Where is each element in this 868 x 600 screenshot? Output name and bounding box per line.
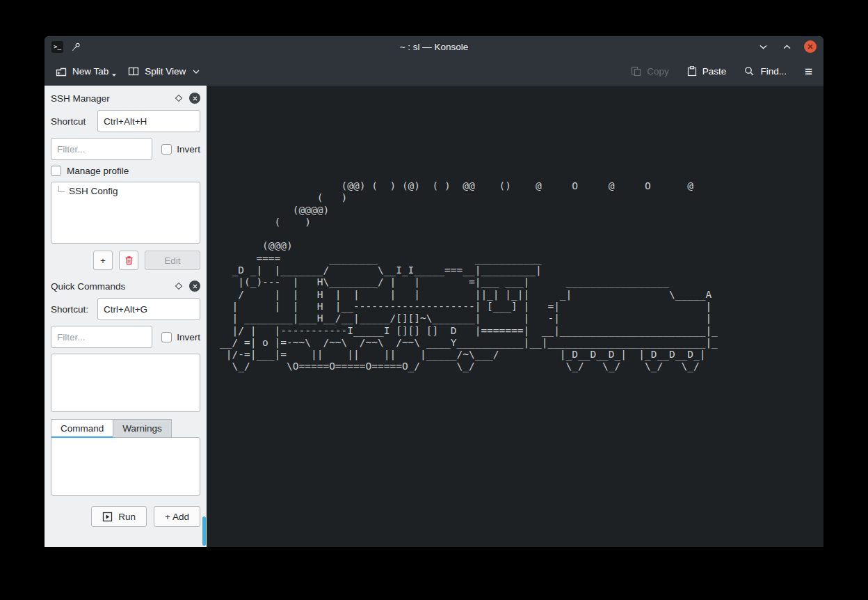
copy-label: Copy	[647, 66, 669, 77]
konsole-window: >_ ~ : sl — Konsole	[45, 36, 823, 547]
quick-commands-header[interactable]: Quick Commands	[51, 281, 200, 292]
copy-icon	[631, 66, 641, 77]
split-view-label: Split View	[145, 66, 186, 77]
paste-icon	[687, 66, 697, 77]
add-ssh-button[interactable]: +	[93, 251, 113, 270]
shade-button[interactable]	[757, 40, 769, 53]
ssh-shortcut-input[interactable]	[97, 110, 200, 132]
float-panel-icon[interactable]	[174, 93, 184, 103]
new-tab-icon	[56, 67, 67, 77]
titlebar[interactable]: >_ ~ : sl — Konsole	[45, 36, 823, 57]
sidebar-scrollbar-thumb[interactable]	[202, 516, 206, 546]
manage-profile-checkbox[interactable]	[51, 166, 61, 176]
hamburger-menu-icon[interactable]: ≡	[805, 64, 812, 79]
terminal-area[interactable]: (@@) ( ) (@) ( ) @@ () @ O @ O @ ( ) (@@…	[207, 86, 823, 547]
split-view-icon	[128, 67, 139, 76]
tab-command[interactable]: Command	[51, 419, 113, 438]
qc-invert-label: Invert	[177, 332, 200, 342]
ssh-filter-input[interactable]	[51, 138, 152, 160]
qc-shortcut-input[interactable]	[97, 298, 200, 320]
window-title: ~ : sl — Konsole	[45, 42, 823, 52]
konsole-app-icon: >_	[51, 41, 63, 53]
float-panel-icon[interactable]	[174, 281, 184, 291]
tree-branch-icon	[58, 186, 65, 192]
add-command-button[interactable]: + Add	[154, 506, 200, 527]
quick-commands-list[interactable]	[51, 354, 200, 412]
manage-profile-label: Manage profile	[67, 166, 129, 176]
paste-label: Paste	[702, 66, 727, 77]
run-label: Run	[118, 512, 136, 522]
tree-item-label: SSH Config	[69, 186, 118, 196]
run-button[interactable]: Run	[91, 506, 147, 527]
terminal-output-sl-train: (@@) ( ) (@) ( ) @@ () @ O @ O @ ( ) (@@…	[207, 86, 823, 373]
desktop: >_ ~ : sl — Konsole	[0, 0, 868, 600]
chevron-down-icon[interactable]	[193, 70, 200, 74]
close-button[interactable]	[804, 40, 817, 53]
ssh-manager-title: SSH Manager	[51, 93, 110, 104]
close-panel-icon[interactable]	[189, 93, 200, 104]
new-tab-label: New Tab	[72, 66, 108, 77]
shortcut-label: Shortcut:	[51, 304, 88, 315]
ssh-invert-checkbox[interactable]	[161, 144, 172, 155]
qc-invert-checkbox[interactable]	[161, 332, 172, 342]
copy-button[interactable]: Copy	[631, 66, 669, 77]
quick-commands-title: Quick Commands	[51, 281, 125, 292]
qc-tab-bar: Command Warnings	[51, 419, 200, 438]
shortcut-label: Shortcut	[51, 116, 86, 127]
find-button[interactable]: Find...	[744, 66, 787, 77]
maximize-button[interactable]	[780, 40, 793, 53]
trash-icon	[124, 255, 134, 265]
ssh-manager-header[interactable]: SSH Manager	[51, 93, 200, 104]
search-icon	[744, 66, 755, 77]
paste-button[interactable]: Paste	[687, 66, 727, 77]
run-icon	[102, 512, 113, 522]
ssh-invert-label: Invert	[177, 144, 200, 155]
toolbar: New Tab Split View	[45, 57, 823, 86]
close-panel-icon[interactable]	[189, 281, 200, 292]
sidebar: SSH Manager Shortcut	[45, 86, 207, 547]
command-textarea[interactable]	[51, 437, 200, 496]
new-tab-menu-caret-icon[interactable]	[112, 74, 116, 77]
pin-icon[interactable]	[72, 42, 81, 52]
list-item[interactable]: SSH Config	[56, 186, 195, 196]
new-tab-button[interactable]: New Tab	[56, 66, 108, 77]
delete-ssh-button[interactable]	[119, 251, 138, 270]
find-label: Find...	[760, 66, 787, 77]
ssh-config-list[interactable]: SSH Config	[51, 182, 200, 244]
split-view-button[interactable]: Split View	[128, 66, 200, 77]
edit-ssh-button[interactable]: Edit	[145, 251, 200, 270]
qc-filter-input[interactable]	[51, 326, 152, 348]
tab-warnings[interactable]: Warnings	[113, 419, 172, 438]
